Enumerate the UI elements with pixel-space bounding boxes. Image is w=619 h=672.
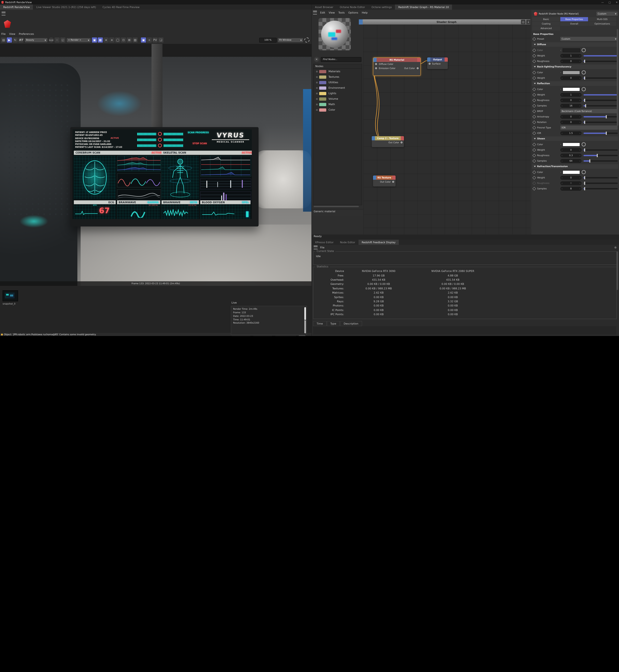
- node-preset-dropdown[interactable]: Custom▼: [597, 12, 618, 16]
- log-area[interactable]: [313, 326, 616, 334]
- rv-menu-item[interactable]: File: [1, 33, 6, 36]
- freeze-icon[interactable]: ∗: [104, 38, 109, 43]
- param-slider[interactable]: [583, 55, 618, 56]
- shader-menu-item[interactable]: View: [329, 11, 335, 14]
- shader-window-tab[interactable]: Redshift Shader Graph - RS Material.10: [395, 4, 452, 10]
- props-tab[interactable]: Multi-SSS: [589, 17, 616, 21]
- log-column-header[interactable]: Time: [313, 321, 327, 326]
- crop-icon[interactable]: ◱: [60, 38, 65, 43]
- param-group-header[interactable]: Back-lighting/Translucency: [532, 65, 618, 69]
- shader-window-tab[interactable]: Octane Node Editor: [337, 4, 368, 10]
- shader-hamburger-icon[interactable]: [313, 11, 317, 14]
- param-slider[interactable]: [583, 177, 618, 178]
- find-nodes-input[interactable]: Find Nodes...: [321, 57, 361, 62]
- clear-find-icon[interactable]: ✕: [314, 57, 319, 62]
- render-dropdown[interactable]: < Render >▼: [67, 38, 90, 42]
- node-category[interactable]: ⊞ Utilities: [314, 80, 362, 85]
- film-icon[interactable]: ▤: [1, 38, 6, 43]
- refresh-icon[interactable]: ↻: [13, 38, 18, 43]
- param-group-header[interactable]: Diffuse: [532, 42, 618, 47]
- port-diffuse[interactable]: [374, 63, 377, 65]
- props-tab[interactable]: Advanced: [532, 26, 560, 30]
- port-surface[interactable]: [428, 62, 431, 65]
- node-category[interactable]: ⊞ Textures: [314, 74, 362, 80]
- param-slider[interactable]: [583, 155, 618, 156]
- param-group-header[interactable]: Sheen: [532, 136, 618, 141]
- port-outcolor[interactable]: [416, 67, 419, 70]
- node-category[interactable]: ⊞ Volume: [314, 96, 362, 102]
- graph-canvas[interactable]: RS Material Diffuse Color Emission Color…: [363, 24, 530, 235]
- value-spinner[interactable]: ‹0›: [560, 176, 581, 180]
- node-rs-material[interactable]: RS Material Diffuse Color Emission Color…: [373, 57, 421, 76]
- value-spinner[interactable]: ‹0›: [560, 59, 581, 63]
- live-scrollbar[interactable]: [304, 307, 306, 320]
- render-viewport[interactable]: PATIENT: LT ANDREW PRICEPATIENT ID:USF10…: [0, 44, 312, 286]
- feedback-tab[interactable]: Redshift Feedback Display: [358, 240, 399, 245]
- node-category[interactable]: ⊞ Math: [314, 102, 362, 107]
- value-spinner[interactable]: ‹16›: [560, 104, 581, 108]
- value-spinner[interactable]: ‹0›: [560, 120, 581, 124]
- node-category[interactable]: ⊞ Environment: [314, 85, 362, 90]
- maximize-icon[interactable]: ▢: [606, 1, 613, 4]
- color-picker-icon[interactable]: [581, 48, 586, 52]
- node-comp2-texture[interactable]: Comp 2 : Texture Out Color: [372, 136, 404, 147]
- param-slider[interactable]: [583, 116, 618, 117]
- rv-menu-item[interactable]: View: [9, 33, 15, 36]
- snapshot-icon[interactable]: ▣: [141, 38, 146, 43]
- props-tab[interactable]: Coating: [532, 21, 560, 26]
- value-spinner[interactable]: ‹0›: [560, 98, 581, 102]
- material-preview[interactable]: [319, 18, 351, 50]
- value-spinner[interactable]: ‹64›: [560, 159, 581, 163]
- preset-dropdown[interactable]: Custom▼: [560, 37, 618, 41]
- param-slider[interactable]: [583, 188, 618, 189]
- color-picker-icon[interactable]: [581, 142, 586, 146]
- feedback-scrollbar[interactable]: [616, 251, 618, 290]
- port-emission[interactable]: [374, 67, 377, 70]
- value-spinner[interactable]: ‹8›: [560, 187, 581, 190]
- snapshot-thumb[interactable]: [3, 290, 18, 301]
- fresnel-type-dropdown[interactable]: IOR: [560, 125, 618, 130]
- param-slider[interactable]: [583, 94, 618, 95]
- pv-icon[interactable]: PV: [152, 38, 158, 43]
- freeze-g-icon[interactable]: ∗: [109, 38, 115, 43]
- color-swatch[interactable]: [563, 87, 580, 91]
- param-slider[interactable]: [583, 121, 618, 123]
- channel-rgb-button[interactable]: RGB: [49, 38, 54, 43]
- feedback-file-menu[interactable]: File: [320, 246, 325, 249]
- node-category[interactable]: ⊞ Materials: [314, 69, 362, 74]
- fit-dropdown[interactable]: Fit Window▼: [278, 38, 303, 42]
- pass-dropdown[interactable]: Beauty▼: [25, 38, 47, 42]
- value-spinner[interactable]: ‹1.5›: [560, 131, 581, 135]
- color-swatch[interactable]: [563, 142, 580, 146]
- props-tab[interactable]: Base Properties: [560, 17, 588, 21]
- value-spinner[interactable]: ‹0›: [560, 76, 581, 80]
- value-spinner[interactable]: ‹0›: [560, 181, 581, 185]
- minimize-icon[interactable]: —: [599, 1, 606, 4]
- circle-icon[interactable]: ◯: [115, 38, 120, 43]
- rv-hamburger-icon[interactable]: [2, 12, 5, 15]
- port-tex-out[interactable]: [392, 180, 395, 183]
- value-spinner[interactable]: ‹0›: [560, 148, 581, 152]
- focus-icon[interactable]: ⊡: [121, 38, 126, 43]
- stop-scan-button[interactable]: STOP SCAN: [193, 142, 207, 145]
- export-icon[interactable]: ❏: [158, 38, 163, 43]
- param-slider[interactable]: [583, 132, 618, 134]
- color-picker-icon[interactable]: [581, 170, 586, 174]
- param-slider[interactable]: [583, 77, 618, 78]
- props-tab[interactable]: Basic: [532, 17, 560, 21]
- color-swatch[interactable]: [563, 70, 580, 74]
- compare-icon[interactable]: ▨: [133, 38, 138, 43]
- rv-tab[interactable]: Redshift RenderView: [0, 4, 33, 10]
- node-category[interactable]: ⊞ Lights: [314, 90, 362, 96]
- value-spinner[interactable]: ‹0.3›: [560, 154, 581, 157]
- feedback-tab[interactable]: Node Editor: [337, 240, 358, 245]
- shader-menu-item[interactable]: Edit: [320, 11, 325, 14]
- brdf-dropdown[interactable]: Beckmann (Cook-Torrance): [560, 109, 618, 113]
- node-rs-texture[interactable]: RS Texture Out Color: [373, 176, 396, 186]
- shader-menu-item[interactable]: Options: [348, 11, 358, 14]
- node-output[interactable]: Output Surface: [427, 57, 448, 69]
- pin-icon[interactable]: ◎: [521, 20, 526, 24]
- play-icon[interactable]: ▶: [7, 38, 12, 43]
- bucket-grid-icon[interactable]: ▦: [98, 38, 103, 43]
- value-spinner[interactable]: ‹1›: [560, 93, 581, 97]
